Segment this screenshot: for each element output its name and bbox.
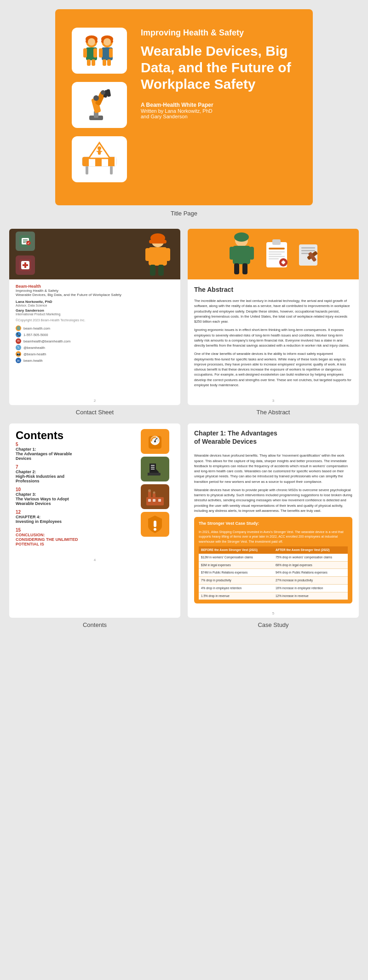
- phone-line: 📞 1-557-505-5000: [16, 332, 174, 337]
- contact-label: Contact Sheet: [9, 408, 180, 416]
- contents-page-num: 4: [9, 556, 180, 564]
- svg-rect-79: [301, 247, 315, 249]
- svg-rect-3: [93, 48, 97, 58]
- contact-page-num: 2: [9, 396, 180, 405]
- svg-point-17: [104, 38, 111, 46]
- labels-row-2: Contents Case Study: [0, 620, 368, 629]
- contents-icon-1: [141, 429, 169, 454]
- contact-body: Beam-Health Improving Health & Safety We…: [9, 279, 180, 396]
- contents-left: Contents 5 Chapter 1:The Advantages of W…: [16, 429, 136, 550]
- contents-card: Contents 5 Chapter 1:The Advantages of W…: [9, 423, 180, 618]
- contents-icon-4: [141, 512, 169, 537]
- contact-abstract-row: ✓ Beam-Healt: [0, 229, 368, 405]
- robotic-arm-svg: [80, 88, 119, 122]
- workers-svg: [79, 34, 120, 68]
- svg-rect-14: [107, 59, 111, 66]
- svg-rect-80: [301, 250, 315, 251]
- authors-block: Lana Norkowitz, PhD Advisor, Data Scienc…: [16, 300, 174, 316]
- title-page-section: Improving Health & Safety Wearable Devic…: [0, 0, 368, 229]
- svg-rect-67: [242, 263, 247, 274]
- title-text-column: Improving Health & Safety Wearable Devic…: [141, 28, 296, 119]
- svg-rect-74: [269, 258, 279, 260]
- svg-rect-64: [230, 247, 234, 260]
- table-row: $74M in Public Relations expenses 94% dr…: [199, 569, 348, 577]
- case-study-card: Chapter 1: The Advantagesof Wearable Dev…: [188, 423, 359, 618]
- contents-right-icons: [141, 429, 174, 550]
- svg-rect-65: [249, 247, 254, 260]
- svg-rect-72: [269, 254, 282, 255]
- checklist-icon: ✓: [16, 232, 35, 251]
- title-subtitle: Improving Health & Safety: [141, 28, 296, 38]
- svg-rect-89: [148, 473, 161, 476]
- table-row: $12M in workers' Compensation claims 75%…: [199, 554, 348, 561]
- case-header: Chapter 1: The Advantagesof Wearable Dev…: [188, 423, 359, 453]
- labels-row-1: Contact Sheet The Abstract: [0, 408, 368, 416]
- abstract-card: The Abstract The incredible advances ove…: [188, 229, 359, 405]
- title-page-card: Improving Health & Safety Wearable Devic…: [55, 9, 313, 205]
- svg-rect-57: [145, 248, 150, 261]
- contents-item-2: 7 Chapter 2:High-Risk Industries andProf…: [16, 464, 136, 483]
- svg-point-87: [154, 441, 156, 442]
- svg-rect-98: [148, 499, 151, 502]
- case-study-label: Case Study: [188, 620, 359, 629]
- table-row: $3M in legal expenses 68% drop in legal …: [199, 561, 348, 569]
- svg-rect-30: [82, 157, 89, 166]
- svg-rect-71: [269, 251, 285, 253]
- first-aid-icon: [16, 255, 35, 275]
- svg-rect-4: [87, 59, 91, 66]
- case-study-page-num: 5: [188, 609, 359, 618]
- robotic-arm-icon-card: [72, 82, 127, 128]
- svg-point-8: [88, 38, 95, 46]
- table-row: 7% drop in productivity 27% increase in …: [199, 577, 348, 585]
- svg-rect-63: [233, 246, 250, 264]
- gavel-icon: [297, 241, 320, 268]
- contents-item-1: 5 Chapter 1:The Advantages of WearableDe…: [16, 442, 136, 461]
- linkedin-line: in beam-health: [16, 358, 174, 363]
- clipboard-doc-icon: [264, 238, 289, 270]
- author-block: A Beam-Health White Paper Written by Lan…: [141, 102, 296, 119]
- svg-rect-52: [23, 264, 28, 266]
- contents-item-4: 12 CHAPTER 4:Investing in Employees: [16, 510, 136, 524]
- twitter-line: 𝕏 @beamhealth: [16, 345, 174, 350]
- svg-rect-66: [234, 263, 239, 274]
- svg-point-24: [93, 95, 99, 101]
- svg-point-96: [148, 489, 151, 492]
- social-line: 📷 @beam-health: [16, 351, 174, 357]
- svg-rect-99: [153, 499, 155, 502]
- clipboard-figure: [227, 230, 257, 278]
- comparison-table: BEFORE the Axom Stronger Vest (2021) AFT…: [199, 546, 348, 600]
- contents-layout: Contents 5 Chapter 1:The Advantages of W…: [9, 423, 180, 556]
- contents-item-5: 15 CONCLUSION:Considering The UnlimitedP…: [16, 528, 136, 546]
- abstract-header: [188, 229, 359, 279]
- svg-rect-35: [115, 157, 119, 166]
- svg-point-62: [234, 232, 249, 242]
- website-line: 🌐 beam-health.com: [16, 325, 174, 331]
- svg-point-38: [98, 146, 101, 150]
- svg-rect-94: [148, 492, 151, 498]
- phone-icon: 📞: [16, 332, 21, 337]
- road-sign-icon-card: [72, 136, 127, 182]
- svg-rect-12: [109, 48, 113, 58]
- svg-rect-60: [158, 265, 164, 276]
- contents-icon-2: [141, 457, 169, 481]
- svg-point-97: [153, 492, 155, 494]
- svg-rect-58: [166, 248, 170, 261]
- svg-text:✓: ✓: [27, 242, 30, 245]
- abstract-body: The Abstract The incredible advances ove…: [188, 279, 359, 396]
- table-row: 4% drop in employee retention 16% increa…: [199, 584, 348, 592]
- case-body: Wearable devices have profound benefits.…: [188, 453, 359, 609]
- social-icon: 📷: [16, 351, 21, 357]
- website-icon: 🌐: [16, 325, 21, 331]
- title-main: Wearable Devices, Big Data, and the Futu…: [141, 43, 296, 93]
- title-icons-column: [72, 28, 127, 182]
- svg-point-102: [154, 528, 156, 531]
- table-row: 1.5% drop in revenue 12% increase in rev…: [199, 592, 348, 600]
- contact-sheet-card: ✓ Beam-Healt: [9, 229, 180, 405]
- svg-rect-77: [282, 261, 284, 264]
- abstract-page-num: 3: [188, 396, 359, 405]
- svg-point-25: [101, 90, 105, 95]
- workers-icon-card: [72, 28, 127, 74]
- svg-rect-101: [154, 521, 156, 527]
- svg-rect-11: [99, 48, 103, 58]
- case-study-box: The Stronger Vest Case Study: In 2021, A…: [194, 517, 352, 603]
